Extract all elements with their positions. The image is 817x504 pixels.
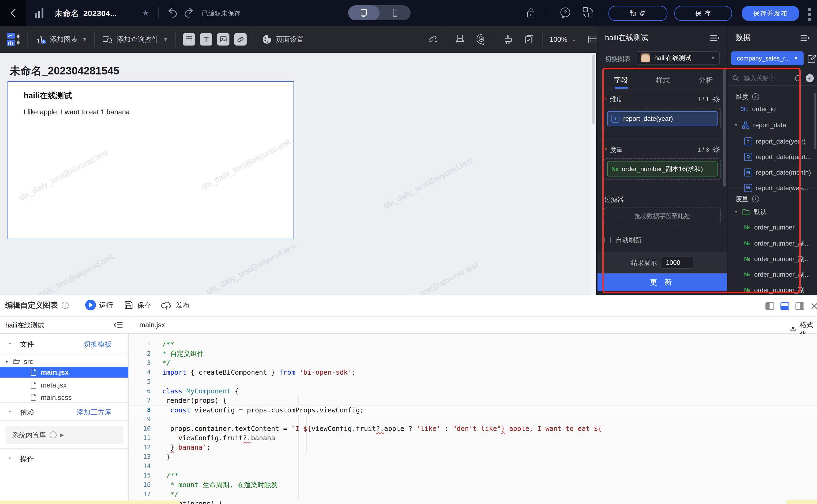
dimension-field-row[interactable]: Str.order_id: [740, 105, 776, 113]
code-line[interactable]: 11 viewConfig.fruit?.banana: [129, 433, 817, 443]
refresh-icon[interactable]: [794, 74, 802, 82]
tab-analysis[interactable]: 分析: [699, 76, 713, 85]
measure-field-row[interactable]: №order_number_副...: [744, 270, 810, 279]
panel-scrollbar[interactable]: [723, 69, 726, 187]
layout-left-icon[interactable]: [765, 302, 774, 310]
layout-right-icon[interactable]: [795, 302, 804, 310]
tab-container-icon[interactable]: [183, 33, 195, 46]
measure-field-row[interactable]: №order_number_副...: [744, 255, 810, 263]
save-button[interactable]: 保 存: [675, 6, 732, 21]
more-menu-icon[interactable]: [808, 8, 811, 21]
layout-bottom-icon[interactable]: [780, 302, 789, 310]
code-line[interactable]: 17 */: [129, 490, 817, 499]
measure-field-row[interactable]: №order_number: [744, 224, 795, 231]
custom-chart-card[interactable]: haili在线测试 I like apple, I want to eat 1 …: [7, 81, 294, 239]
dimension-field-row[interactable]: Qreport_date(quart...: [744, 153, 811, 161]
dimension-field-row[interactable]: ▼report_date: [734, 121, 786, 129]
save-publish-button[interactable]: 保存并发布: [742, 6, 799, 21]
lock-icon[interactable]: [525, 7, 536, 20]
dashboard-canvas[interactable]: 未命名_202304281545 haili在线测试 I like apple,…: [0, 53, 591, 295]
code-line[interactable]: 12 } banana`;: [129, 443, 817, 452]
dimension-field-row[interactable]: Mreport_date(month): [744, 168, 811, 176]
code-line[interactable]: 7 render(props) {: [129, 396, 817, 405]
measure-field-row[interactable]: №order_number_副...: [744, 239, 810, 248]
canvas-scrollbar[interactable]: [591, 53, 596, 295]
measure-field-pill[interactable]: № order_number_副本16(求和): [607, 161, 718, 176]
dimension-field-pill[interactable]: Y report_date(year): [607, 111, 718, 126]
file-row-meta-jsx[interactable]: meta.jsx: [0, 380, 128, 390]
share-link-icon[interactable]: [428, 33, 440, 45]
edit-dataset-icon[interactable]: [807, 54, 816, 65]
tab-fields[interactable]: 字段: [614, 76, 628, 85]
code-line[interactable]: 2* 自定义组件: [129, 349, 817, 358]
collapse-panel-icon[interactable]: [800, 34, 811, 44]
code-line[interactable]: 10 props.container.textContent = `I ${vi…: [129, 424, 817, 433]
code-line[interactable]: 13 }: [129, 452, 817, 461]
dataset-dropdown[interactable]: company_sales_r... ▼: [731, 51, 804, 65]
link-widget-icon[interactable]: [234, 33, 247, 46]
text-widget-icon[interactable]: [200, 33, 212, 46]
desktop-toggle[interactable]: [348, 5, 380, 20]
dimension-field-row[interactable]: Yreport_date(year): [744, 137, 805, 145]
redo-icon[interactable]: [184, 7, 194, 20]
data-panel-scrollbar[interactable]: [814, 93, 816, 149]
file-row-main-jsx[interactable]: main.jsx: [0, 367, 128, 378]
collapse-panel-icon[interactable]: [710, 34, 720, 44]
field-search-input[interactable]: [744, 74, 790, 82]
chevron-down-icon[interactable]: ⌄: [7, 339, 12, 345]
chevron-down-icon[interactable]: ⌄: [7, 407, 12, 413]
code-line[interactable]: 4import { createBIComponent } from 'bi-o…: [129, 368, 817, 377]
preview-button[interactable]: 预 览: [608, 6, 668, 21]
auto-refresh-checkbox[interactable]: [604, 237, 611, 243]
update-button[interactable]: 更 新: [597, 273, 727, 291]
file-row-main-scss[interactable]: main.scss: [0, 392, 128, 403]
measure-dropzone[interactable]: № order_number_副本16(求和): [604, 158, 721, 180]
code-line[interactable]: 9: [129, 415, 817, 424]
code-line[interactable]: 5: [129, 377, 817, 386]
code-line[interactable]: 15 /**: [129, 471, 817, 480]
code-editor[interactable]: 1/**2* 自定义组件3*/4import { createBICompone…: [129, 334, 817, 504]
code-line[interactable]: 3*/: [129, 358, 817, 368]
gear-icon[interactable]: [712, 146, 720, 154]
switch-template-link[interactable]: 切换模板: [84, 340, 111, 349]
code-line[interactable]: 14: [129, 461, 817, 471]
code-line[interactable]: 6class MyComponent {: [129, 386, 817, 396]
add-lib-link[interactable]: 添加三方库: [77, 408, 111, 417]
back-button[interactable]: [0, 0, 26, 26]
code-line[interactable]: 18 mount(props) {: [129, 499, 817, 504]
zoom-control[interactable]: 100% ⌄: [549, 35, 576, 44]
add-query-control-button[interactable]: 添加查询控件 ▼: [102, 33, 168, 45]
export-icon[interactable]: [454, 33, 466, 45]
code-line[interactable]: 8 const viewConfig = props.customProps.v…: [129, 405, 817, 415]
result-count-input[interactable]: [662, 257, 694, 269]
batch-select-icon[interactable]: [523, 33, 535, 45]
collapse-file-panel-icon[interactable]: [114, 321, 123, 329]
switch-chart-dropdown[interactable]: haili在线测试 ▼: [637, 51, 720, 65]
tab-style[interactable]: 样式: [656, 76, 670, 85]
chevron-down-icon[interactable]: ⌄: [7, 454, 12, 460]
dimension-dropzone[interactable]: Y report_date(year): [604, 108, 721, 129]
page-settings-button[interactable]: 页面设置: [261, 33, 304, 45]
builtin-lib-row[interactable]: 系统内置库 i ▶: [5, 426, 123, 444]
component-library-icon[interactable]: [7, 33, 20, 46]
theme-switch-icon[interactable]: [581, 6, 595, 20]
gear-icon[interactable]: [712, 95, 720, 103]
help-icon[interactable]: ?: [559, 6, 571, 20]
measure-field-row[interactable]: №order_number_副: [744, 286, 805, 294]
image-widget-icon[interactable]: [217, 33, 230, 46]
dimension-field-row[interactable]: Wreport_date(wee...: [744, 184, 808, 192]
undo-icon[interactable]: [167, 7, 177, 20]
chart-comment-icon[interactable]: [475, 33, 488, 45]
filter-dropzone[interactable]: 拖动数据字段至此处: [604, 208, 721, 224]
publish-button[interactable]: 发布: [161, 300, 190, 310]
favorite-star-icon[interactable]: ★: [142, 8, 149, 17]
folder-row-src[interactable]: ▼ src: [0, 356, 128, 367]
brush-clear-icon[interactable]: [502, 33, 514, 45]
code-line[interactable]: 16 * mount 生命周期, 在渲染时触发: [129, 480, 817, 490]
add-field-icon[interactable]: +: [806, 74, 814, 82]
close-icon[interactable]: [810, 302, 817, 310]
code-line[interactable]: 1/**: [129, 340, 817, 349]
save-code-button[interactable]: 保存: [123, 300, 151, 310]
add-chart-button[interactable]: 添加图表 ▼: [35, 33, 87, 45]
run-button[interactable]: 运行: [85, 300, 113, 310]
